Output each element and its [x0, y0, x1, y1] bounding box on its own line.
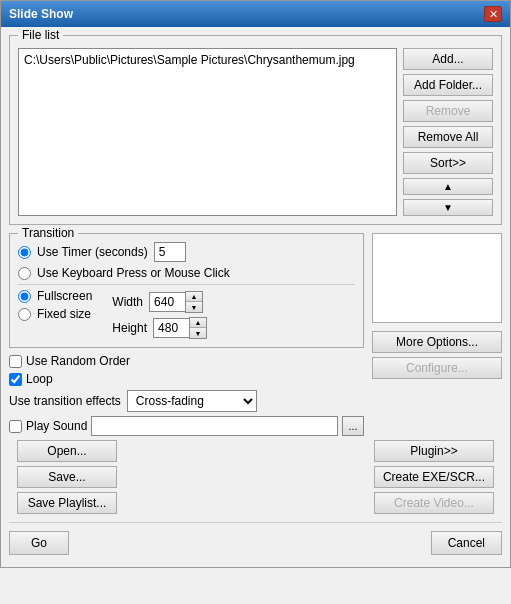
width-input[interactable] [149, 292, 185, 312]
more-options-button[interactable]: More Options... [372, 331, 502, 353]
add-folder-button[interactable]: Add Folder... [403, 74, 493, 96]
middle-area: Transition Use Timer (seconds) Use Keybo… [9, 233, 502, 440]
width-up-button[interactable]: ▲ [186, 292, 202, 302]
height-row: Height ▲ ▼ [112, 317, 207, 339]
random-order-row: Use Random Order [9, 354, 364, 368]
remove-all-button[interactable]: Remove All [403, 126, 493, 148]
screen-size-radios: Fullscreen Fixed size [18, 289, 92, 325]
use-timer-label: Use Timer (seconds) [37, 245, 148, 259]
bottom-divider [9, 522, 502, 523]
loop-label: Loop [26, 372, 53, 386]
go-cancel-row: Go Cancel [9, 527, 502, 559]
file-list-group: File list C:\Users\Public\Pictures\Sampl… [9, 35, 502, 225]
keyboard-row: Use Keyboard Press or Mouse Click [18, 266, 355, 280]
options-area: Use Random Order Loop Use transition eff… [9, 354, 364, 436]
loop-checkbox[interactable] [9, 373, 22, 386]
file-listbox-item: C:\Users\Public\Pictures\Sample Pictures… [22, 52, 393, 68]
height-down-button[interactable]: ▼ [190, 328, 206, 338]
cancel-button[interactable]: Cancel [431, 531, 502, 555]
create-exe-button[interactable]: Create EXE/SCR... [374, 466, 494, 488]
remove-button[interactable]: Remove [403, 100, 493, 122]
fullscreen-row: Fullscreen [18, 289, 92, 303]
window-title: Slide Show [9, 7, 73, 21]
go-button[interactable]: Go [9, 531, 69, 555]
file-list-area: C:\Users\Public\Pictures\Sample Pictures… [18, 48, 493, 216]
bottom-left-buttons: Open... Save... Save Playlist... [17, 440, 117, 514]
timer-value-input[interactable] [154, 242, 186, 262]
configure-button[interactable]: Configure... [372, 357, 502, 379]
save-playlist-button[interactable]: Save Playlist... [17, 492, 117, 514]
slide-show-window: Slide Show ✕ File list C:\Users\Public\P… [0, 0, 511, 568]
divider1 [18, 284, 355, 285]
fullscreen-radio[interactable] [18, 290, 31, 303]
transition-group-label: Transition [18, 226, 78, 240]
open-button[interactable]: Open... [17, 440, 117, 462]
width-down-button[interactable]: ▼ [186, 302, 202, 312]
use-keyboard-label: Use Keyboard Press or Mouse Click [37, 266, 230, 280]
preview-box [372, 233, 502, 323]
right-panel: More Options... Configure... [372, 233, 502, 440]
transition-effects-select[interactable]: Cross-fading None Slide Zoom [127, 390, 257, 412]
sort-button[interactable]: Sort>> [403, 152, 493, 174]
transition-effects-label: Use transition effects [9, 394, 121, 408]
bottom-right-buttons: Plugin>> Create EXE/SCR... Create Video.… [374, 440, 494, 514]
fixed-size-row: Fixed size [18, 307, 92, 321]
play-sound-row: Play Sound ... [9, 416, 364, 436]
main-content: File list C:\Users\Public\Pictures\Sampl… [1, 27, 510, 567]
height-spinner-buttons: ▲ ▼ [189, 317, 207, 339]
use-keyboard-radio[interactable] [18, 267, 31, 280]
random-order-label: Use Random Order [26, 354, 130, 368]
title-bar: Slide Show ✕ [1, 1, 510, 27]
close-button[interactable]: ✕ [484, 6, 502, 22]
width-spinner-buttons: ▲ ▼ [185, 291, 203, 313]
use-timer-radio[interactable] [18, 246, 31, 259]
play-sound-checkbox[interactable] [9, 420, 22, 433]
height-label: Height [112, 321, 147, 335]
height-up-button[interactable]: ▲ [190, 318, 206, 328]
move-down-button[interactable]: ▼ [403, 199, 493, 216]
width-spinner: ▲ ▼ [149, 291, 203, 313]
add-button[interactable]: Add... [403, 48, 493, 70]
fixed-size-label: Fixed size [37, 307, 91, 321]
save-button[interactable]: Save... [17, 466, 117, 488]
sound-path-input[interactable] [91, 416, 338, 436]
height-spinner: ▲ ▼ [153, 317, 207, 339]
loop-row: Loop [9, 372, 364, 386]
play-sound-label: Play Sound [26, 419, 87, 433]
sound-browse-button[interactable]: ... [342, 416, 364, 436]
file-list-label: File list [18, 28, 63, 42]
random-order-checkbox[interactable] [9, 355, 22, 368]
width-label: Width [112, 295, 143, 309]
create-video-button[interactable]: Create Video... [374, 492, 494, 514]
file-list-buttons: Add... Add Folder... Remove Remove All S… [403, 48, 493, 216]
width-row: Width ▲ ▼ [112, 291, 207, 313]
file-listbox[interactable]: C:\Users\Public\Pictures\Sample Pictures… [18, 48, 397, 216]
fixed-size-radio[interactable] [18, 308, 31, 321]
left-panel: Transition Use Timer (seconds) Use Keybo… [9, 233, 364, 440]
move-up-button[interactable]: ▲ [403, 178, 493, 195]
height-input[interactable] [153, 318, 189, 338]
fullscreen-label: Fullscreen [37, 289, 92, 303]
bottom-action-row: Open... Save... Save Playlist... Plugin>… [9, 440, 502, 518]
width-height-inputs: Width ▲ ▼ Height [112, 291, 207, 339]
plugin-button[interactable]: Plugin>> [374, 440, 494, 462]
transition-effects-row: Use transition effects Cross-fading None… [9, 390, 364, 412]
transition-group: Transition Use Timer (seconds) Use Keybo… [9, 233, 364, 348]
timer-row: Use Timer (seconds) [18, 242, 355, 262]
